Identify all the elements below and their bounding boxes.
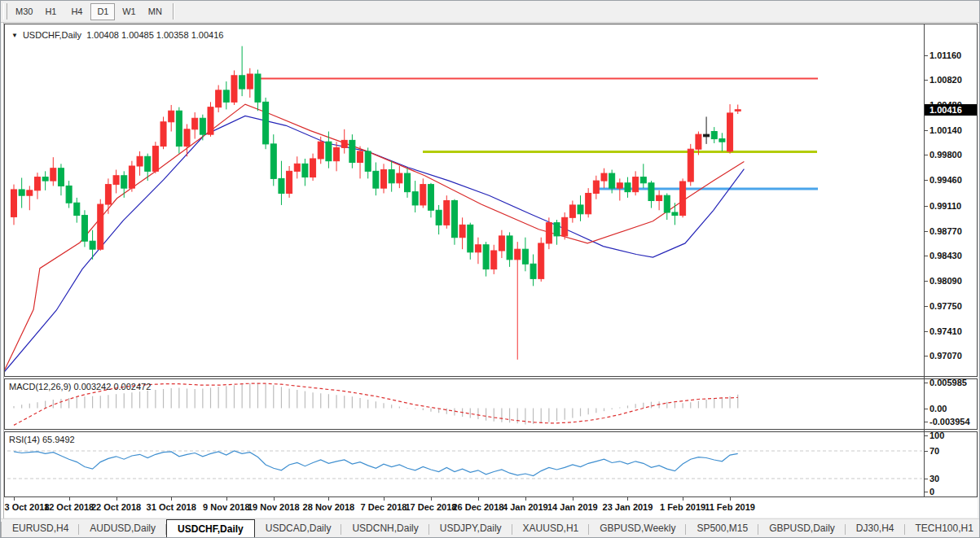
macd-axis-label: -0.003954 xyxy=(929,417,970,426)
axis-tick xyxy=(924,155,928,155)
date-axis-tick xyxy=(573,497,573,501)
date-axis-label: 11 Feb 2019 xyxy=(705,502,755,512)
axis-tick xyxy=(924,435,928,436)
price-axis-label: 0.97070 xyxy=(929,351,962,361)
date-axis-label: 28 Nov 2018 xyxy=(303,502,355,512)
macd-axis-label: 0.00 xyxy=(929,404,947,413)
rsi-axis-label: 70 xyxy=(929,446,939,456)
price-axis-label: 0.98090 xyxy=(929,276,962,286)
axis-tick xyxy=(924,331,928,332)
candlesticks[interactable] xyxy=(11,46,741,360)
date-axis-label: 14 Jan 2019 xyxy=(547,502,598,512)
date-axis-label: 17 Dec 2018 xyxy=(405,502,456,512)
axis-tick xyxy=(924,55,928,56)
date-axis-tick xyxy=(525,497,526,501)
symbol-tab-tech100[interactable]: TECH100,H1 xyxy=(905,519,980,538)
date-axis-label: 22 Oct 2018 xyxy=(91,502,141,512)
macd-indicator-label: MACD(12,26,9) 0.003242 0.002472 xyxy=(9,382,151,391)
symbol-tab-audusd[interactable]: AUDUSD,Daily xyxy=(79,519,166,538)
chart-symbol-label: USDCHF,Daily xyxy=(23,30,81,40)
axis-tick xyxy=(924,383,928,383)
symbol-tab-xauusd[interactable]: XAUUSD,H1 xyxy=(512,519,590,538)
date-axis-label: 31 Oct 2018 xyxy=(147,502,196,512)
date-axis-tick xyxy=(14,497,15,501)
axis-tick xyxy=(924,479,928,479)
date-axis-label: 12 Oct 2018 xyxy=(44,502,94,512)
date-axis-tick xyxy=(478,497,479,501)
symbol-tab-usdjpy[interactable]: USDJPY,Daily xyxy=(429,519,512,538)
ma-fast-line xyxy=(3,104,745,374)
date-axis-label: 1 Feb 2019 xyxy=(660,502,705,512)
macd-axis-label: 0.005985 xyxy=(929,378,967,387)
axis-tick xyxy=(924,306,928,307)
date-axis-tick xyxy=(116,497,117,501)
date-axis-tick xyxy=(683,497,683,501)
rsi-axis-label: 100 xyxy=(929,431,944,440)
price-axis-label: 0.98770 xyxy=(929,226,962,236)
axis-tick xyxy=(924,256,928,256)
axis-tick xyxy=(924,422,928,422)
date-axis-tick xyxy=(328,497,329,501)
current-price-tag: 1.00416 xyxy=(925,104,977,116)
axis-tick xyxy=(924,492,928,492)
axis-tick xyxy=(924,281,928,282)
rsi-indicator-label: RSI(14) 65.9492 xyxy=(9,435,75,444)
date-axis-label: 7 Dec 2018 xyxy=(361,502,407,512)
rsi-axis-label: 0 xyxy=(929,487,934,496)
date-axis-tick xyxy=(69,497,70,501)
symbol-tab-eurusd[interactable]: EURUSD,H4 xyxy=(2,519,79,538)
date-axis[interactable]: 3 Oct 201812 Oct 201822 Oct 201831 Oct 2… xyxy=(4,497,978,518)
date-axis-tick xyxy=(226,497,227,501)
chart-ohlc-values: 1.00408 1.00485 1.00358 1.00416 xyxy=(86,30,223,40)
date-axis-label: 3 Oct 2018 xyxy=(4,502,49,512)
date-axis-label: 19 Nov 2018 xyxy=(248,502,300,512)
axis-tick xyxy=(924,231,928,232)
axis-tick xyxy=(924,130,928,131)
price-axis-label: 0.99110 xyxy=(929,201,961,211)
symbol-tab-gbpusd[interactable]: GBPUSD,Daily xyxy=(758,519,846,538)
symbol-tab-usdcad[interactable]: USDCAD,Daily xyxy=(255,519,342,538)
date-axis-label: 9 Nov 2018 xyxy=(203,502,249,512)
price-axis-label: 0.97410 xyxy=(929,326,962,336)
price-axis-label: 0.99460 xyxy=(929,175,962,185)
symbol-tab-dj30[interactable]: DJ30,H4 xyxy=(846,519,905,538)
chart-dropdown-icon[interactable]: ▼ xyxy=(11,32,18,39)
axis-tick xyxy=(924,451,928,452)
date-axis-tick xyxy=(627,497,628,501)
price-axis-label: 0.97750 xyxy=(929,301,962,311)
price-axis-label: 1.00140 xyxy=(929,125,962,135)
ma-slow-line xyxy=(3,116,745,374)
symbol-tab-gbpusd[interactable]: GBPUSD,Weekly xyxy=(589,519,686,538)
level-lines xyxy=(255,78,818,189)
date-axis-tick xyxy=(384,497,385,501)
price-axis-label: 0.98430 xyxy=(929,251,962,260)
price-axis-label: 1.01160 xyxy=(929,50,961,60)
date-axis-label: 26 Dec 2018 xyxy=(452,502,503,512)
ma-fast-line xyxy=(3,104,745,374)
rsi-line xyxy=(14,451,738,476)
ma-slow-line xyxy=(3,116,745,374)
axis-tick xyxy=(924,409,928,409)
rsi-panel-lines xyxy=(7,451,922,479)
rsi-line xyxy=(14,451,738,476)
symbol-tab-usdchf[interactable]: USDCHF,Daily xyxy=(166,519,255,538)
mt4-window: { "toolbar": { "timeframes": ["M30", "H1… xyxy=(0,0,980,538)
chart-canvas[interactable] xyxy=(1,1,980,538)
date-axis-tick xyxy=(274,497,275,501)
chart-title: ▼USDCHF,Daily 1.00408 1.00485 1.00358 1.… xyxy=(11,30,223,40)
price-axis-label: 1.00820 xyxy=(929,75,962,85)
date-axis-tick xyxy=(171,497,172,501)
rsi-axis-label: 30 xyxy=(929,474,939,483)
date-axis-label: 4 Jan 2019 xyxy=(503,502,548,512)
price-axis-label: 0.99800 xyxy=(929,150,962,160)
date-axis-tick xyxy=(730,497,731,501)
axis-tick xyxy=(924,206,928,207)
symbol-tab-bar: EURUSD,H4AUDUSD,DailyUSDCHF,DailyUSDCAD,… xyxy=(1,518,980,538)
axis-tick xyxy=(924,356,928,356)
axis-tick xyxy=(924,80,928,81)
symbol-tab-sp500[interactable]: SP500,M15 xyxy=(686,519,758,538)
date-axis-label: 23 Jan 2019 xyxy=(603,502,653,512)
date-axis-tick xyxy=(431,497,432,501)
symbol-tab-usdcnh[interactable]: USDCNH,Daily xyxy=(341,519,428,538)
axis-tick xyxy=(924,180,928,181)
